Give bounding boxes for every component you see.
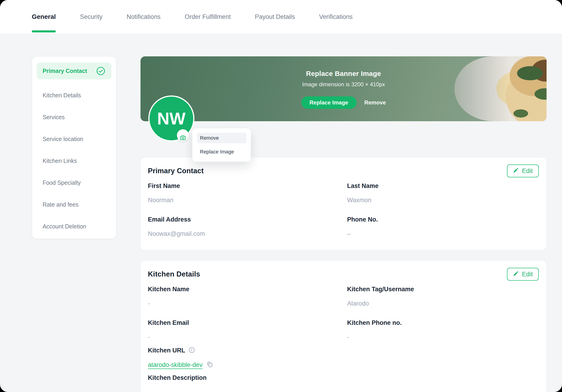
primary-contact-fields: First Name Noorman Last Name Waxmon Emai… bbox=[148, 182, 539, 249]
kitchen-details-header: Kitchen Details Edit bbox=[148, 268, 539, 281]
sidebar-item-service-location[interactable]: Service location bbox=[37, 128, 111, 150]
field-label: Email Address bbox=[148, 215, 347, 223]
edit-button-label: Edit bbox=[522, 271, 533, 278]
banner-title: Replace Banner Image bbox=[306, 70, 381, 78]
field-label: Phone No. bbox=[347, 215, 539, 223]
copy-icon[interactable] bbox=[206, 361, 213, 369]
edit-kitchen-details-button[interactable]: Edit bbox=[507, 268, 539, 281]
banner-image-section: Replace Banner Image Image dimension is … bbox=[140, 56, 547, 121]
sidebar-item-kitchen-links[interactable]: Kitchen Links bbox=[37, 150, 111, 172]
tab-verifications[interactable]: Verifications bbox=[319, 0, 353, 34]
field-value: - bbox=[148, 333, 347, 341]
sidebar-item-account-deletion[interactable]: Account Deletion bbox=[37, 215, 111, 237]
field-label: Kitchen URL bbox=[148, 347, 185, 354]
field-label: Kitchen Name bbox=[148, 285, 347, 293]
banner-overlay: Replace Banner Image Image dimension is … bbox=[140, 56, 547, 121]
field-email-address: Email Address Noowax@gmail.com bbox=[148, 215, 347, 238]
primary-contact-title: Primary Contact bbox=[148, 167, 204, 175]
kitchen-details-card: Kitchen Details Edit Kitchen Name - Kitc… bbox=[140, 261, 547, 392]
kitchen-settings-page: General Security Notifications Order Ful… bbox=[0, 0, 562, 392]
tab-order-fulfillment[interactable]: Order Fulfillment bbox=[185, 0, 231, 34]
primary-contact-header: Primary Contact Edit bbox=[148, 165, 539, 177]
sidebar-item-services[interactable]: Services bbox=[37, 106, 111, 128]
field-label: Kitchen Tag/Username bbox=[347, 285, 539, 293]
pencil-icon bbox=[513, 167, 519, 175]
change-avatar-button[interactable] bbox=[177, 129, 189, 141]
field-label: First Name bbox=[148, 182, 347, 190]
field-kitchen-description: Kitchen Description - bbox=[148, 374, 347, 392]
field-label: Kitchen Description bbox=[148, 374, 347, 382]
kitchen-details-title: Kitchen Details bbox=[148, 270, 200, 278]
remove-banner-image-button[interactable]: Remove bbox=[364, 99, 386, 106]
field-kitchen-tag-username: Kitchen Tag/Username Atarodo bbox=[347, 285, 539, 307]
sidebar-item-food-specialty[interactable]: Food Specialty bbox=[37, 172, 111, 194]
field-value: Atarodo bbox=[347, 300, 539, 307]
field-kitchen-email: Kitchen Email - bbox=[148, 319, 347, 341]
field-value: Noorman bbox=[148, 196, 347, 204]
kitchen-url-link[interactable]: atarodo-skibble-dev bbox=[148, 361, 202, 369]
sidebar-item-primary-contact[interactable]: Primary Contact bbox=[37, 63, 111, 79]
sidebar-item-label: Primary Contact bbox=[43, 68, 87, 74]
settings-sidebar: Primary Contact Kitchen Details Services… bbox=[32, 56, 116, 239]
field-kitchen-phone-no: Kitchen Phone no. - bbox=[347, 319, 539, 341]
avatar-menu: Remove Replace Image bbox=[192, 128, 251, 162]
camera-icon bbox=[179, 126, 186, 145]
field-first-name: First Name Noorman bbox=[148, 182, 347, 204]
sidebar-item-kitchen-details[interactable]: Kitchen Details bbox=[37, 84, 111, 106]
field-value: Waxmon bbox=[347, 196, 539, 204]
primary-contact-card: Primary Contact Edit First Name Noorman … bbox=[140, 157, 547, 250]
tab-security[interactable]: Security bbox=[80, 0, 103, 34]
info-icon[interactable] bbox=[188, 347, 195, 354]
field-value: - bbox=[148, 300, 347, 307]
field-label: Kitchen Email bbox=[148, 319, 347, 327]
checkmark-circle-icon bbox=[96, 66, 105, 76]
field-value: Noowax@gmail.com bbox=[148, 230, 347, 238]
settings-tab-bar: General Security Notifications Order Ful… bbox=[0, 0, 562, 34]
field-last-name: Last Name Waxmon bbox=[347, 182, 539, 204]
edit-button-label: Edit bbox=[522, 168, 533, 175]
field-kitchen-name: Kitchen Name - bbox=[148, 285, 347, 307]
edit-primary-contact-button[interactable]: Edit bbox=[507, 165, 539, 177]
avatar[interactable]: NW bbox=[148, 95, 194, 142]
field-label: Kitchen Phone no. bbox=[347, 319, 539, 327]
avatar-menu-remove[interactable]: Remove bbox=[197, 133, 246, 143]
field-value: - bbox=[347, 333, 539, 341]
field-label: Last Name bbox=[347, 182, 539, 190]
tab-general[interactable]: General bbox=[32, 0, 56, 34]
field-value: – bbox=[347, 230, 539, 238]
pencil-icon bbox=[513, 270, 519, 278]
tab-notifications[interactable]: Notifications bbox=[127, 0, 161, 34]
field-value: - bbox=[148, 388, 347, 392]
field-kitchen-url: Kitchen URL atarodo-skibble-dev bbox=[148, 347, 347, 369]
tab-payout-details[interactable]: Payout Details bbox=[255, 0, 295, 34]
replace-banner-image-button[interactable]: Replace Image bbox=[301, 96, 357, 109]
kitchen-details-fields: Kitchen Name - Kitchen Tag/Username Atar… bbox=[148, 285, 539, 392]
banner-buttons: Replace Image Remove bbox=[301, 96, 386, 109]
avatar-menu-replace-image[interactable]: Replace Image bbox=[197, 146, 246, 157]
field-phone-no: Phone No. – bbox=[347, 215, 539, 238]
banner-dimension-hint: Image dimension is 3200 × 410px bbox=[302, 81, 385, 88]
main-content: Replace Banner Image Image dimension is … bbox=[140, 56, 547, 392]
sidebar-item-rate-and-fees[interactable]: Rate and fees bbox=[37, 194, 111, 215]
